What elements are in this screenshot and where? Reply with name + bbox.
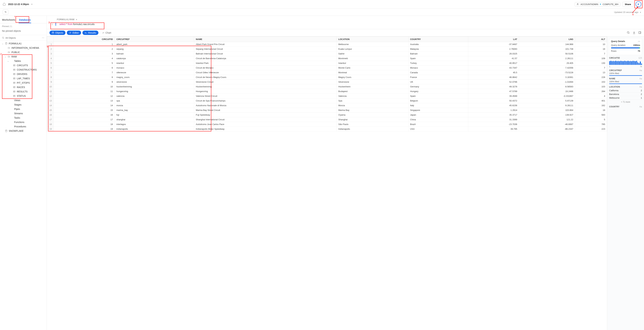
duration-bar — [611, 47, 640, 48]
editor-pill[interactable]: Editor — [67, 31, 81, 35]
tree-item-pipes[interactable]: Pipes — [0, 107, 46, 111]
cell: Shanghai International Circuit — [194, 117, 336, 122]
cell: Belgium — [408, 98, 468, 103]
cell: monza — [114, 103, 194, 108]
cell: spa — [114, 98, 194, 103]
tree-item-tasks[interactable]: Tasks — [0, 116, 46, 120]
breadcrumb[interactable]: FORMULA1.RAW ▼ — [47, 16, 644, 22]
tree-item-pit_stops[interactable]: PIT_STOPS — [0, 81, 46, 85]
more-icon[interactable]: ⋯ — [42, 36, 44, 39]
tab-databases[interactable]: Databases — [19, 17, 31, 23]
role-warehouse-pill[interactable]: ACCOUNTADMIN COMPUTE_WH — [575, 2, 620, 6]
cell: Hockenheimring — [194, 84, 336, 89]
cell: 6 — [54, 66, 115, 70]
cell: 50.4372 — [468, 98, 519, 103]
tree-item-public[interactable]: PUBLIC — [0, 50, 46, 54]
tree-item-views[interactable]: Views — [0, 98, 46, 103]
object-tree: ⌄FORMULA1INFORMATION_SCHEMAPUBLIC⌄RAW⌄Ta… — [0, 41, 46, 134]
tree-item-snowflake[interactable]: SNOWFLAKE — [0, 129, 46, 133]
row-number: 11 — [47, 89, 54, 94]
cell: Indianapolis Motor Speedway — [194, 127, 336, 131]
cell: interlagos — [114, 122, 194, 127]
cell: USA — [408, 127, 468, 131]
cell: UK — [408, 80, 468, 84]
tree-item-status[interactable]: STATUS — [0, 94, 46, 98]
cell: Magny Cours — [337, 75, 408, 80]
results-table-wrap[interactable]: CIRCUITIDCIRCUITREFNAMELOCATIONCOUNTRYLA… — [47, 36, 607, 330]
sql-editor[interactable]: 1 select * from formula1.raw.circuits — [47, 22, 644, 29]
panel-toggle-icon[interactable] — [638, 31, 641, 35]
row-number: 8 — [47, 75, 54, 80]
cell: Oyama — [337, 113, 408, 117]
tree-item-circuits[interactable]: CIRCUITS — [0, 63, 46, 68]
cell: Istanbul — [337, 61, 408, 66]
search-results-icon[interactable] — [627, 31, 630, 35]
tree-item-functions[interactable]: Functions — [0, 120, 46, 124]
tree-item-information_schema[interactable]: INFORMATION_SCHEMA — [0, 46, 46, 50]
col-location[interactable]: LOCATION — [337, 37, 408, 42]
cell: Canada — [408, 70, 468, 75]
filter-button[interactable] — [3, 9, 8, 15]
svg-line-8 — [4, 38, 4, 39]
all-objects-row[interactable]: All Objects ⋯ — [0, 35, 46, 41]
chart-pill[interactable]: Chart — [100, 31, 114, 35]
cell: 4 — [575, 94, 607, 98]
cell: indianapolis — [114, 127, 194, 131]
svg-point-0 — [578, 3, 578, 4]
tree-item-lap_times[interactable]: LAP_TIMES — [0, 76, 46, 81]
tree-item-stages[interactable]: Stages — [0, 103, 46, 107]
cell: villeneuve — [114, 70, 194, 75]
download-icon[interactable] — [632, 31, 636, 35]
tree-item-constructors[interactable]: CONSTRUCTORS — [0, 68, 46, 72]
results-toolbar: Objects Editor Results Chart — [47, 29, 644, 36]
cell: 18 — [54, 122, 115, 127]
svg-point-1 — [5, 11, 6, 11]
tree-item-tables[interactable]: ⌄Tables — [0, 59, 46, 63]
cell: Turkey — [408, 61, 468, 66]
tree-item-streams[interactable]: Streams — [0, 111, 46, 116]
home-icon[interactable] — [3, 2, 6, 6]
pinned-header: Pinned (0) — [0, 23, 46, 29]
cell: 14 — [54, 103, 115, 108]
row-number: 13 — [47, 98, 54, 103]
col-circuitid[interactable]: CIRCUITID — [54, 37, 115, 42]
results-pill[interactable]: Results — [82, 31, 98, 35]
cell: Australia — [408, 42, 468, 47]
col-country[interactable]: COUNTRY — [408, 37, 468, 42]
tree-item-results[interactable]: RESULTS — [0, 89, 46, 94]
cell: istanbul — [114, 61, 194, 66]
main: FORMULA1.RAW ▼ 1 select * from formula1.… — [47, 16, 644, 330]
tab-worksheets[interactable]: Worksheets — [2, 17, 16, 23]
cell: 9.28111 — [519, 103, 575, 108]
cell: 10 — [575, 42, 607, 47]
cell: Malaysia — [408, 47, 468, 51]
col-lat[interactable]: LAT — [468, 37, 519, 42]
cell: Monte-Carlo — [337, 66, 408, 70]
cell: -86.2347 — [519, 127, 575, 131]
cell: 8.56583 — [519, 84, 575, 89]
cell: 1 — [54, 42, 115, 47]
tree-item-procedures[interactable]: Procedures — [0, 124, 46, 129]
cell: Circuit de Nevers Magny-Cours — [194, 75, 336, 80]
objects-pill[interactable]: Objects — [50, 31, 66, 35]
tree-item-formula1[interactable]: ⌄FORMULA1 — [0, 41, 46, 46]
no-pinned-text: No pinned objects — [0, 29, 46, 35]
cell: 16 — [54, 113, 115, 117]
cell: Sakhir — [337, 51, 408, 56]
cell: albert_park — [114, 42, 194, 47]
cell: Hungary — [408, 89, 468, 94]
title-chevron-icon[interactable]: ▼ — [31, 3, 33, 5]
cell: Valencia — [337, 94, 408, 98]
worksheet-title[interactable]: 2022-12-22 4:06pm — [8, 3, 29, 5]
tree-item-drivers[interactable]: DRIVERS — [0, 72, 46, 76]
col-alt[interactable]: ALT — [575, 37, 607, 42]
tree-item-races[interactable]: RACES — [0, 85, 46, 89]
row-number: 16 — [47, 113, 54, 117]
col-lng[interactable]: LNG — [519, 37, 575, 42]
cell: Budapest — [337, 89, 408, 94]
col-circuitref[interactable]: CIRCUITREF — [114, 37, 194, 42]
tree-item-raw[interactable]: ⌄RAW — [0, 54, 46, 59]
row-number: 17 — [47, 117, 54, 122]
col-name[interactable]: NAME — [194, 37, 336, 42]
details-more-icon[interactable]: ⋯ — [638, 40, 640, 42]
